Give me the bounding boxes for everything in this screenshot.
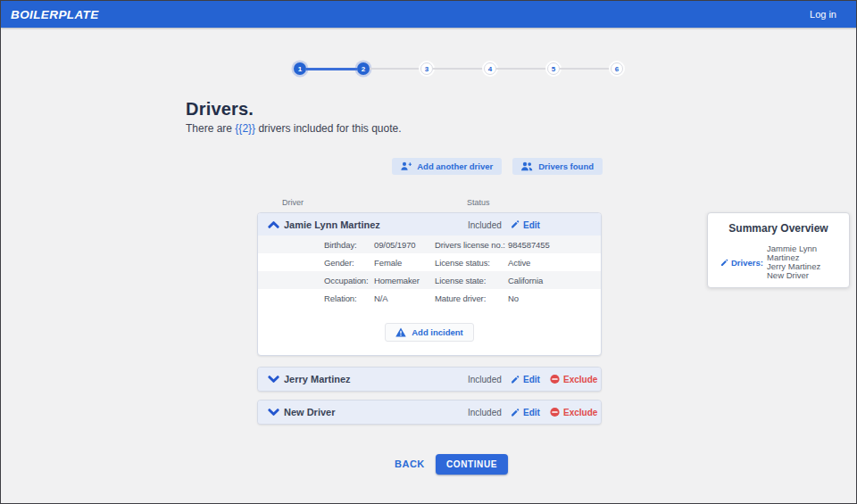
detail-row: Birthday:09/05/1970Drivers license no.:9… (258, 235, 601, 253)
edit-label: Edit (523, 219, 540, 229)
detail-label: Relation: (324, 293, 374, 303)
drivers-found-button[interactable]: Drivers found (512, 158, 603, 175)
pencil-icon (511, 375, 520, 384)
step-4[interactable]: 4 (484, 62, 496, 75)
chevron-down-icon[interactable] (268, 409, 279, 417)
brand-logo: BOILERPLATE (11, 8, 99, 21)
summary-driver-name: Jammie Lynn Martinez (767, 244, 840, 262)
step-3[interactable]: 3 (420, 62, 433, 75)
chevron-down-icon[interactable] (268, 376, 279, 384)
step-connector (496, 68, 547, 70)
pencil-icon (511, 220, 520, 229)
detail-value: No (508, 293, 601, 303)
no-entry-icon (550, 375, 560, 384)
summary-drivers-edit-link[interactable]: Drivers: (720, 244, 767, 280)
detail-label: Drivers license no.: (435, 240, 508, 250)
warning-triangle-icon (395, 327, 406, 337)
detail-row: Relation:N/AMature driver:No (258, 289, 601, 307)
step-2-number: 2 (362, 65, 365, 73)
detail-value: Active (508, 258, 601, 268)
exclude-label: Exclude (563, 408, 597, 417)
driver-card-expanded: Jamie Lynn Martinez Included Edit Birthd… (257, 212, 602, 356)
detail-row: Gender:FemaleLicense status:Active (258, 253, 601, 271)
summary-drivers-row: Drivers: Jammie Lynn Martinez Jerry Mart… (708, 244, 849, 280)
summary-panel: Summary Overview Drivers: Jammie Lynn Ma… (707, 212, 850, 288)
driver-status: Included (468, 375, 502, 384)
detail-label: License state: (435, 276, 508, 285)
add-incident-button[interactable]: Add incident (385, 323, 474, 342)
detail-label: Occupation: (324, 276, 374, 285)
detail-label: Birthday: (324, 240, 374, 250)
add-incident-label: Add incident (412, 327, 463, 337)
driver-row-header[interactable]: New Driver Included Edit Exclude (258, 401, 601, 424)
back-button[interactable]: BACK (395, 459, 425, 469)
detail-label: License status: (435, 258, 508, 268)
people-icon (521, 161, 533, 171)
detail-label: Gender: (324, 258, 374, 268)
progress-stepper: 1 2 3 4 5 6 (294, 62, 623, 75)
detail-value: Female (374, 258, 435, 268)
edit-label: Edit (523, 408, 540, 417)
edit-driver-button[interactable]: Edit (511, 375, 540, 384)
detail-value: 984587455 (508, 240, 601, 250)
step-connector-done (306, 68, 357, 70)
summary-drivers-label: Drivers: (731, 258, 763, 268)
step-6-number: 6 (615, 65, 619, 73)
detail-value: N/A (374, 293, 435, 303)
detail-row: Occupation:HomemakerLicense state:Califo… (258, 271, 601, 289)
detail-value: California (508, 276, 601, 285)
driver-name: Jamie Lynn Martinez (284, 219, 380, 230)
drivers-found-label: Drivers found (538, 161, 594, 171)
step-1-number: 1 (298, 65, 302, 73)
column-header-status: Status (467, 198, 490, 207)
step-5[interactable]: 5 (547, 62, 560, 75)
person-plus-icon (401, 161, 412, 171)
exclude-label: Exclude (563, 375, 597, 384)
driver-name: Jerry Martinez (284, 374, 351, 384)
add-driver-label: Add another driver (417, 161, 493, 171)
table-column-headers: Driver Status (257, 198, 602, 207)
pencil-icon (720, 259, 728, 267)
edit-driver-button[interactable]: Edit (511, 408, 540, 417)
step-3-number: 3 (425, 65, 428, 73)
chevron-up-icon[interactable] (268, 220, 279, 228)
driver-count-token: {{2}} (235, 122, 255, 135)
edit-label: Edit (523, 375, 540, 384)
driver-details: Birthday:09/05/1970Drivers license no.:9… (258, 235, 601, 307)
driver-status: Included (468, 408, 502, 417)
driver-row-header[interactable]: Jamie Lynn Martinez Included Edit (258, 213, 601, 235)
summary-driver-names: Jammie Lynn Martinez Jerry Martinez New … (767, 244, 840, 280)
subtitle-suffix: drivers included for this quote. (255, 122, 401, 135)
exclude-driver-button[interactable]: Exclude (550, 408, 597, 417)
step-6[interactable]: 6 (611, 62, 623, 75)
step-connector (433, 68, 484, 70)
subtitle-prefix: There are (186, 122, 235, 135)
edit-driver-button[interactable]: Edit (511, 219, 540, 229)
top-nav: BOILERPLATE Log in (1, 1, 856, 28)
step-4-number: 4 (488, 65, 492, 73)
no-entry-icon (550, 408, 560, 417)
driver-status: Included (468, 219, 502, 229)
driver-card-collapsed: New Driver Included Edit Exclude (257, 400, 602, 425)
detail-label: Mature driver: (435, 293, 508, 303)
continue-button[interactable]: CONTINUE (436, 454, 508, 475)
detail-value: 09/05/1970 (374, 240, 435, 250)
page-subtitle: There are {{2}} drivers included for thi… (186, 122, 402, 135)
add-another-driver-button[interactable]: Add another driver (392, 158, 502, 175)
step-2[interactable]: 2 (357, 62, 370, 75)
driver-row-header[interactable]: Jerry Martinez Included Edit Exclude (258, 368, 601, 391)
step-1[interactable]: 1 (294, 62, 306, 75)
login-link[interactable]: Log in (810, 9, 836, 20)
exclude-driver-button[interactable]: Exclude (550, 375, 597, 384)
step-connector (370, 68, 420, 70)
pencil-icon (511, 408, 520, 417)
page-title: Drivers. (186, 99, 254, 120)
summary-driver-name: New Driver (767, 271, 840, 280)
driver-card-collapsed: Jerry Martinez Included Edit Exclude (257, 367, 602, 392)
driver-name: New Driver (284, 407, 335, 417)
step-connector (560, 68, 611, 70)
column-header-driver: Driver (282, 198, 304, 207)
summary-title: Summary Overview (708, 222, 849, 235)
app-window: BOILERPLATE Log in 1 2 3 4 5 6 Drivers. … (0, 0, 857, 504)
detail-value: Homemaker (374, 276, 435, 285)
